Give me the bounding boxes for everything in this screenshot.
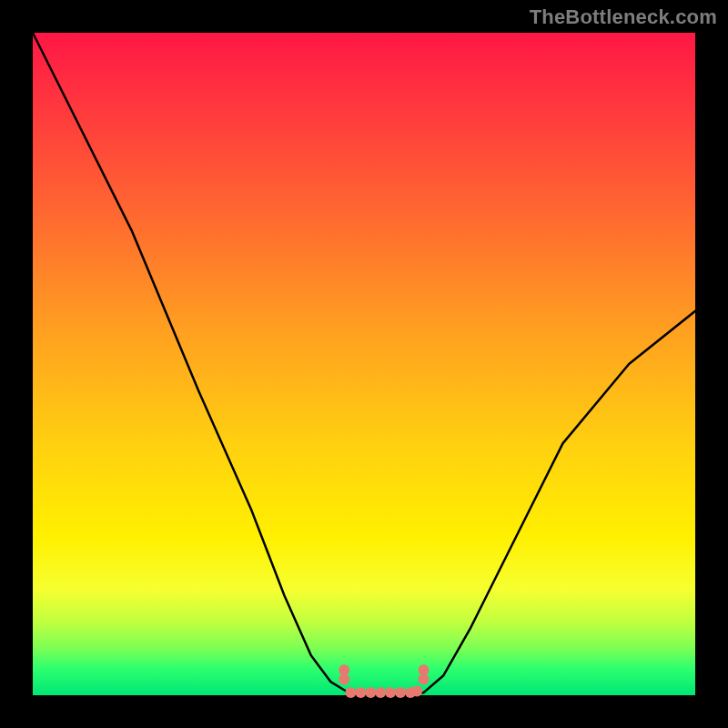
bottom-markers [339,664,429,698]
data-marker [419,664,430,675]
plot-area [33,33,695,695]
outer-frame: TheBottleneck.com [0,0,728,728]
data-marker [395,687,406,698]
data-marker [411,686,422,697]
data-marker [385,687,396,698]
chart-svg [33,33,695,695]
data-marker [365,687,376,698]
data-marker [375,687,386,698]
data-marker [345,687,356,698]
bottleneck-curve [33,33,695,695]
data-marker [339,664,349,675]
watermark-text: TheBottleneck.com [530,5,717,29]
data-marker [355,687,366,698]
